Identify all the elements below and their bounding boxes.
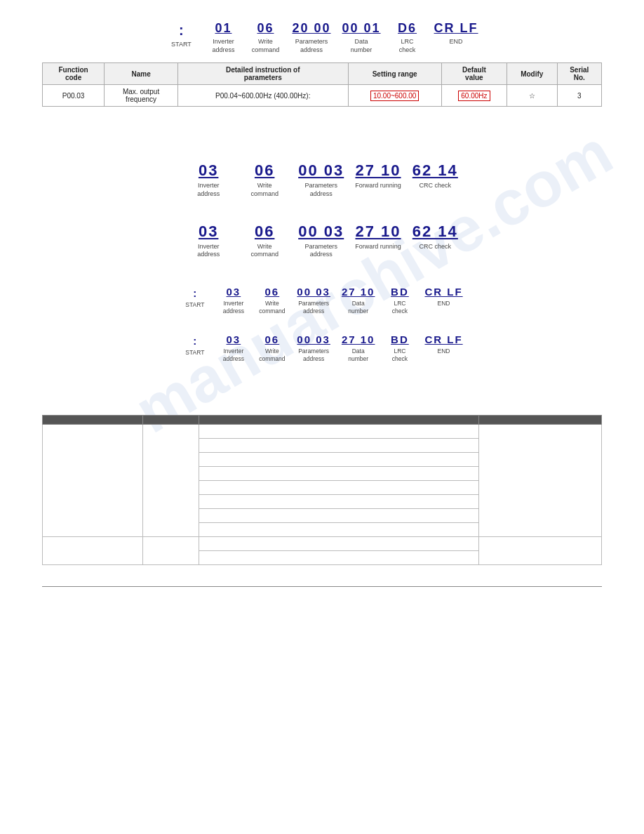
- s3b-colon: :: [193, 333, 196, 347]
- s3b-data: 27 10 Datanumber: [336, 333, 381, 363]
- s2b-label-fwd: Forward running: [355, 243, 401, 251]
- th-name: Name: [105, 63, 178, 85]
- table-row: [43, 537, 602, 551]
- section3b-cmd-row: : START 03 Inverteraddress 06 Writecomma…: [42, 333, 602, 363]
- td-default: 60.00Hz: [441, 85, 507, 107]
- s2b-fwd: 27 10 Forward running: [349, 223, 407, 251]
- s3b-label-data: Datanumber: [348, 348, 368, 363]
- btd2-c1: [43, 537, 143, 565]
- s3a-end: CR LF END: [419, 286, 468, 307]
- s2a-val-6214: 62 14: [412, 161, 458, 180]
- s3b-params: 00 03 Parametersaddress: [291, 333, 336, 363]
- cmd-value-d6: D6: [398, 21, 417, 36]
- btd2-c3-r2: [199, 551, 479, 565]
- btd-c3-r1: [199, 425, 479, 439]
- btd2-c4: [478, 537, 601, 565]
- s3a-write: 06 Writecommand: [253, 286, 291, 315]
- cmd-value-06: 06: [257, 21, 274, 36]
- s3b-val-0003: 00 03: [297, 333, 330, 345]
- cmd-value-2000: 20 00: [292, 21, 330, 36]
- param-table: Functioncode Name Detailed instruction o…: [42, 62, 602, 107]
- btd-c3-r7: [199, 509, 479, 523]
- s3b-label-inverter: Inverteraddress: [223, 348, 244, 363]
- bth-col2: [143, 416, 199, 425]
- s3a-data: 27 10 Datanumber: [336, 286, 381, 315]
- s3b-inverter: 03 Inverteraddress: [214, 333, 253, 363]
- s3b-val-bd: BD: [391, 333, 409, 345]
- s2a-fwd: 27 10 Forward running: [349, 161, 407, 190]
- cmd-cell-inverter-addr: 01 Inverteraddress: [202, 21, 244, 54]
- cmd-label-inverter: Inverteraddress: [212, 38, 234, 54]
- cmd-cell-data-num: 00 01 Datanumber: [337, 21, 387, 54]
- cmd-label-start: START: [171, 41, 192, 49]
- s2b-label-inverter: Inverteraddress: [197, 243, 220, 259]
- s3a-start: : START: [175, 286, 214, 309]
- btd2-c2: [143, 537, 199, 565]
- s2b-inverter: 03 Inverteraddress: [180, 223, 236, 259]
- s3a-label-lrc: LRCcheck: [392, 300, 408, 315]
- bth-col3: [199, 416, 479, 425]
- th-detail: Detailed instruction ofparameters: [177, 63, 348, 85]
- cmd-cell-start: : START: [160, 21, 202, 49]
- s2a-val-03: 03: [199, 161, 218, 180]
- cmd-value-01: 01: [215, 21, 232, 36]
- td-detail: P00.04~600.00Hz (400.00Hz):: [177, 85, 348, 107]
- s3a-val-06: 06: [265, 286, 280, 298]
- th-setting-range: Setting range: [348, 63, 441, 85]
- td-serial: 3: [557, 85, 601, 107]
- s2b-crc: 62 14 CRC check: [407, 223, 464, 251]
- s3a-label-params: Parametersaddress: [298, 300, 329, 315]
- btd-c3-r6: [199, 495, 479, 509]
- s3b-bd: BD LRCcheck: [380, 333, 419, 363]
- page: manuarchive.com : START 01 Inverteraddre…: [0, 0, 644, 834]
- s3a-val-03: 03: [227, 286, 241, 298]
- s3b-val-crlf: CR LF: [424, 333, 462, 345]
- s3b-label-start: START: [185, 349, 204, 357]
- s3a-label-end: END: [438, 300, 450, 307]
- btd-c3-r2: [199, 439, 479, 453]
- s3a-val-bd: BD: [391, 286, 409, 298]
- s3a-val-2710: 27 10: [342, 286, 375, 298]
- btd-c3-r4: [199, 467, 479, 481]
- cmd-label-params: Parametersaddress: [295, 38, 328, 54]
- s3b-val-06: 06: [265, 333, 280, 345]
- section2b-cmd-block: 03 Inverteraddress 06 Writecommand 00 03…: [42, 223, 602, 259]
- default-highlight: 60.00Hz: [458, 91, 490, 101]
- s3a-label-start: START: [185, 301, 204, 309]
- cmd-label-end: END: [450, 38, 463, 46]
- cmd-cell-params-addr: 20 00 Parametersaddress: [286, 21, 336, 54]
- s3b-label-params: Parametersaddress: [298, 348, 329, 363]
- s2b-label-crc: CRC check: [420, 243, 452, 251]
- cmd-colon: :: [179, 21, 184, 39]
- s2a-label-inverter: Inverteraddress: [197, 182, 220, 198]
- btd-c3-r3: [199, 453, 479, 467]
- s2a-val-0003: 00 03: [298, 161, 344, 180]
- td-name: Max. outputfrequency: [105, 85, 178, 107]
- s3a-params: 00 03 Parametersaddress: [291, 286, 336, 315]
- cmd-value-crlf: CR LF: [434, 21, 478, 36]
- td-code: P00.03: [43, 85, 105, 107]
- th-serial: SerialNo.: [557, 63, 601, 85]
- cmd-cell-end: CR LF END: [429, 21, 484, 46]
- s2b-params: 00 03 Parametersaddress: [293, 223, 349, 259]
- cmd-value-0001: 00 01: [342, 21, 381, 36]
- td-modify: ☆: [507, 85, 557, 107]
- bth-col4: [478, 416, 601, 425]
- s2b-val-03: 03: [199, 223, 218, 241]
- s3b-start: : START: [175, 333, 214, 357]
- s2b-val-06: 06: [255, 223, 274, 241]
- s3b-write: 06 Writecommand: [253, 333, 291, 363]
- s2b-val-6214: 62 14: [412, 223, 458, 241]
- section2a-cmd-block: 03 Inverteraddress 06 Writecommand 00 03…: [42, 161, 602, 198]
- th-function-code: Functioncode: [43, 63, 105, 85]
- s3a-label-data: Datanumber: [348, 300, 368, 315]
- btd-c2: [143, 425, 199, 537]
- s2a-label-write: Writecommand: [250, 182, 279, 198]
- s3a-val-0003: 00 03: [297, 286, 330, 298]
- s3b-end: CR LF END: [419, 333, 468, 355]
- th-default: Defaultvalue: [441, 63, 507, 85]
- cmd-label-write: Writecommand: [252, 38, 280, 54]
- s3b-label-end: END: [438, 348, 450, 355]
- s2b-val-2710: 27 10: [355, 223, 401, 241]
- s2a-label-params: Parametersaddress: [304, 182, 337, 198]
